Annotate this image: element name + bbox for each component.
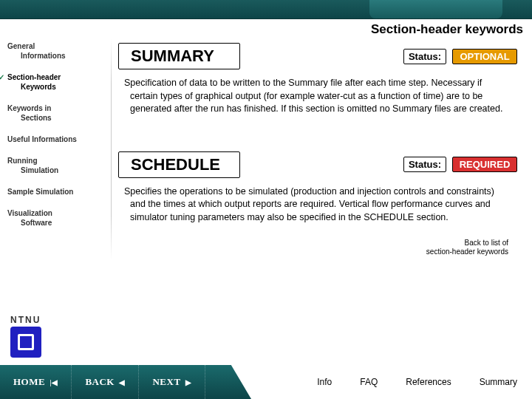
keyword-block-schedule: SCHEDULE Status: REQUIRED Specifies the … [118, 151, 517, 225]
sidebar-divider [111, 38, 112, 260]
bottom-nav: HOME |◀ BACK ◀ NEXT ▶ Info FAQ Reference… [0, 365, 532, 399]
status-label: Status: [403, 49, 446, 64]
main-content: SUMMARY Status: OPTIONAL Specification o… [118, 43, 525, 256]
nav-link-summary[interactable]: Summary [480, 377, 517, 387]
logo-text: NTNU [10, 315, 41, 325]
keyword-title-summary: SUMMARY [118, 43, 240, 69]
sidebar-item-viz-software[interactable]: VisualizationSoftware [6, 208, 109, 228]
back-icon: ◀ [119, 378, 126, 386]
home-icon: |◀ [50, 378, 58, 386]
top-bar [0, 0, 532, 19]
sidebar-item-keywords-sections[interactable]: Keywords inSections [6, 103, 109, 123]
status-badge-required: REQUIRED [452, 157, 517, 172]
logo: NTNU [10, 315, 41, 358]
keyword-desc-schedule: Specifies the operations to be simulated… [124, 185, 508, 225]
keyword-desc-summary: Specification of data to be written to t… [124, 77, 508, 116]
status-badge-optional: OPTIONAL [452, 49, 517, 64]
logo-icon [10, 327, 41, 358]
back-button[interactable]: BACK ◀ [72, 365, 139, 399]
next-icon: ▶ [185, 378, 192, 386]
status-label: Status: [403, 157, 446, 172]
keyword-title-schedule: SCHEDULE [118, 151, 240, 178]
next-button[interactable]: NEXT ▶ [139, 365, 205, 399]
keyword-block-summary: SUMMARY Status: OPTIONAL Specification o… [118, 43, 517, 116]
sidebar-item-running-sim[interactable]: RunningSimulation [6, 156, 109, 175]
back-to-list-link[interactable]: Back to list ofsection-header keywords [118, 239, 517, 256]
nav-link-info[interactable]: Info [317, 377, 332, 387]
nav-link-faq[interactable]: FAQ [360, 377, 378, 387]
sidebar-item-useful-info[interactable]: Useful Informations [6, 134, 109, 144]
home-button[interactable]: HOME |◀ [0, 365, 72, 399]
nav-link-references[interactable]: References [406, 377, 451, 387]
sidebar-item-general[interactable]: GeneralInformations [6, 41, 109, 61]
sidebar-item-sample-sim[interactable]: Sample Simulation [6, 187, 109, 197]
sidebar-item-section-header[interactable]: Section-headerKeywords [6, 72, 109, 92]
page-title: Section-header keywords [371, 22, 523, 37]
